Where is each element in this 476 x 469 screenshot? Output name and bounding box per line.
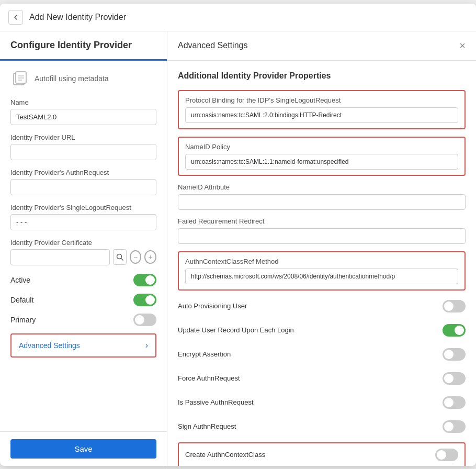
authn-context-label: AuthnContextClassRef Method [185, 258, 458, 265]
name-label: Name [10, 98, 156, 106]
primary-toggle[interactable] [133, 314, 156, 326]
advanced-settings-chevron-icon: › [145, 341, 148, 350]
authn-context-input[interactable] [185, 269, 458, 284]
is-passive-toggle[interactable] [443, 396, 466, 409]
left-panel-title: Configure Identity Provider [0, 31, 167, 61]
svg-line-6 [121, 259, 123, 261]
modal-container: Add New Identity Provider Configure Iden… [0, 4, 476, 466]
slo-request-label: Identity Provider's SingleLogoutRequest [10, 204, 156, 211]
active-toggle-row: Active [10, 274, 156, 286]
nameid-policy-group: NameID Policy [178, 137, 466, 176]
svg-rect-1 [16, 72, 26, 83]
auto-provisioning-label: Auto Provisioning User [178, 302, 247, 310]
default-toggle-row: Default [10, 294, 156, 306]
idp-url-input[interactable] [10, 144, 156, 160]
force-authn-toggle[interactable] [443, 372, 466, 385]
create-authn-context-label: Create AuthnContextClass [185, 451, 265, 459]
autofill-icon [10, 69, 29, 88]
failed-req-label: Failed Requirement Redirect [178, 217, 466, 225]
cert-remove-button[interactable]: − [130, 250, 142, 264]
idp-url-group: Identity Provider URL [10, 133, 156, 160]
cert-search-button[interactable] [113, 249, 127, 265]
sign-authn-toggle[interactable] [443, 420, 466, 433]
nameid-attribute-input[interactable] [178, 194, 466, 210]
nameid-policy-label: NameID Policy [185, 143, 458, 151]
right-panel-title: Advanced Settings [178, 41, 247, 50]
right-panel: Advanced Settings × Additional Identity … [167, 31, 476, 466]
nameid-attribute-group: NameID Attribute [178, 183, 466, 210]
update-user-row: Update User Record Upon Each Login [178, 322, 466, 339]
left-panel-content: Autofill using metadata Name Identity Pr… [0, 61, 167, 431]
autofill-row[interactable]: Autofill using metadata [10, 69, 156, 88]
default-toggle[interactable] [133, 294, 156, 306]
save-btn-row: Save [0, 431, 167, 466]
modal-body: Configure Identity Provider Autofill usi… [0, 31, 476, 466]
auto-provisioning-toggle[interactable] [443, 300, 466, 312]
create-authn-context-row: Create AuthnContextClass [178, 442, 466, 466]
create-authn-context-toggle[interactable] [435, 449, 458, 461]
left-panel: Configure Identity Provider Autofill usi… [0, 31, 167, 466]
advanced-settings-label: Advanced Settings [19, 341, 80, 350]
encrypt-assertion-row: Encrypt Assertion [178, 346, 466, 363]
authn-context-group: AuthnContextClassRef Method [178, 251, 466, 291]
section-title: Additional Identity Provider Properties [178, 71, 466, 81]
active-toggle[interactable] [133, 274, 156, 286]
force-authn-label: Force AuthnRequest [178, 374, 240, 382]
right-panel-header: Advanced Settings × [167, 31, 476, 61]
authn-request-group: Identity Provider's AuthnRequest [10, 169, 156, 195]
failed-req-input[interactable] [178, 228, 466, 244]
encrypt-assertion-toggle[interactable] [443, 348, 466, 361]
authn-request-input[interactable] [10, 179, 156, 195]
cert-label: Identity Provider Certificate [10, 239, 156, 247]
nameid-policy-input[interactable] [185, 154, 458, 170]
modal-title: Add New Identity Provider [29, 13, 126, 22]
modal-header: Add New Identity Provider [0, 4, 476, 31]
protocol-binding-input[interactable] [185, 107, 458, 123]
save-button[interactable]: Save [10, 439, 156, 459]
name-input[interactable] [10, 109, 156, 125]
cert-row: − + [10, 249, 156, 265]
update-user-toggle[interactable] [443, 324, 466, 337]
name-group: Name [10, 98, 156, 125]
advanced-settings-row[interactable]: Advanced Settings › [10, 333, 156, 358]
is-passive-label: Is Passive AuthnRequest [178, 398, 254, 406]
authn-request-label: Identity Provider's AuthnRequest [10, 169, 156, 176]
autofill-label: Autofill using metadata [35, 74, 109, 83]
sign-authn-label: Sign AuthnRequest [178, 422, 236, 430]
auto-provisioning-row: Auto Provisioning User [178, 298, 466, 315]
update-user-label: Update User Record Upon Each Login [178, 326, 294, 334]
primary-label: Primary [10, 316, 36, 324]
slo-request-input[interactable] [10, 214, 156, 230]
failed-req-group: Failed Requirement Redirect [178, 217, 466, 244]
is-passive-row: Is Passive AuthnRequest [178, 394, 466, 411]
cert-add-button[interactable]: + [144, 250, 156, 264]
protocol-binding-label: Protocol Binding for the IDP's SingleLog… [185, 96, 458, 104]
close-button[interactable]: × [459, 40, 466, 52]
default-label: Default [10, 296, 33, 304]
nameid-attribute-label: NameID Attribute [178, 183, 466, 191]
encrypt-assertion-label: Encrypt Assertion [178, 350, 231, 358]
cert-group: Identity Provider Certificate − + [10, 239, 156, 265]
sign-authn-row: Sign AuthnRequest [178, 418, 466, 435]
cert-input[interactable] [10, 249, 110, 265]
primary-toggle-row: Primary [10, 314, 156, 326]
active-label: Active [10, 276, 30, 284]
slo-request-group: Identity Provider's SingleLogoutRequest [10, 204, 156, 230]
protocol-binding-group: Protocol Binding for the IDP's SingleLog… [178, 90, 466, 129]
right-panel-content: Additional Identity Provider Properties … [167, 61, 476, 466]
idp-url-label: Identity Provider URL [10, 133, 156, 141]
back-button[interactable] [8, 10, 23, 25]
force-authn-row: Force AuthnRequest [178, 370, 466, 387]
